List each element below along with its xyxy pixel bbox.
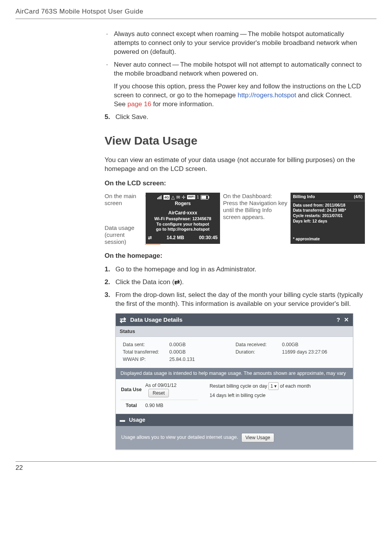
usage-body: Usage allows you to view your detailed i… <box>116 426 353 449</box>
data-use-area: Data Use As of 09/01/12 Reset Total 0.90… <box>116 379 353 414</box>
help-icon[interactable]: ? <box>337 316 340 324</box>
lcd-billing-screen: Billing Info (4/5) Data used from: 2011/… <box>291 193 365 244</box>
message-icon: ✉ <box>176 194 180 200</box>
usage-section-header: ▬ Usage <box>116 414 353 426</box>
step-text: Click the Data icon (⇄). <box>115 278 184 287</box>
billing-body: Data used from: 2011/06/18 Data transfer… <box>291 201 365 225</box>
section-title: View Data Usage <box>105 133 365 149</box>
status-value: 25.84.0.131 <box>169 356 195 363</box>
status-key: Total transferred: <box>123 349 169 355</box>
lcd-dashboard-caption: On the Dashboard: Press the Navigation k… <box>223 193 287 244</box>
billing-footnote: * approximate <box>291 224 365 244</box>
caption-text: On the main screen <box>105 193 136 206</box>
status-value: 0.00GB <box>169 342 186 348</box>
restart-text-a: Restart billing cycle on day <box>210 383 267 389</box>
panel-title-bar: ⇄ Data Usage Details ? ✕ <box>116 314 353 326</box>
lcd-left-captions: On the main screen Data usage (current s… <box>105 193 143 244</box>
roaming-icon: △ <box>171 194 175 200</box>
signal-icon <box>157 195 162 199</box>
bullet-never-auto: · Never auto connect — The mobile hotspo… <box>105 60 365 78</box>
configure-hint-1: To configure your hotspot <box>146 222 220 227</box>
status-value: 11699 days 23:27:06 <box>282 349 327 355</box>
billing-line: Days left: 12 days <box>293 219 363 224</box>
wifi-client-count: 1 <box>197 195 199 200</box>
status-key: WWAN IP: <box>123 356 169 363</box>
session-time: 00:30:45 <box>199 235 218 241</box>
status-col-left: Data sent:0.00GB Total transferred:0.00G… <box>123 342 236 364</box>
bullet-dot: · <box>105 60 114 78</box>
select-value: 1 <box>270 383 273 389</box>
section-intro: You can view an estimate of your data us… <box>105 156 365 174</box>
usage-disclaimer: Displayed data usage is intended to help… <box>116 368 353 379</box>
as-of-date: As of 09/01/12 Reset <box>142 382 198 397</box>
on-lcd-heading: On the LCD screen: <box>105 179 365 188</box>
data-transfer-icon: ⇄ <box>120 316 126 324</box>
never-auto-subpara: If you choose this option, press the Pow… <box>114 82 365 109</box>
passphrase-label: Wi-Fi Passphrase: 12345678 <box>146 216 220 222</box>
bullet-text: Never auto connect — The mobile hotspot … <box>114 60 365 78</box>
usage-title: Usage <box>129 416 145 424</box>
step-text: From the drop-down list, select the day … <box>115 291 365 309</box>
home-step-2: 2. Click the Data icon (⇄). <box>105 278 365 287</box>
lcd-status-bar: 4G △ ✉ ✛ WiFi 1 <box>146 193 220 201</box>
status-section-label: Status <box>116 326 353 337</box>
page-number: 22 <box>15 461 377 472</box>
total-label: Total <box>120 402 142 409</box>
home-step-3: 3. From the drop-down list, select the d… <box>105 291 365 309</box>
bullet-always-auto: · Always auto connect except when roamin… <box>105 30 365 57</box>
data-transfer-icon: ⇄ <box>174 279 180 286</box>
page-ref-link[interactable]: page 16 <box>127 100 151 108</box>
view-usage-button[interactable]: View Usage <box>241 433 275 442</box>
chevron-down-icon: ▾ <box>274 383 277 389</box>
status-value: 0.00GB <box>282 342 298 348</box>
billing-page-indicator: (4/5) <box>354 194 363 200</box>
caption-text: Data usage (current session) <box>105 224 134 245</box>
step-text: Go to the homepage and log in as Adminis… <box>115 265 256 274</box>
network-4g-icon: 4G <box>163 195 170 200</box>
status-key: Duration: <box>236 349 282 355</box>
data-usage-value: 14.2 MB <box>167 235 184 241</box>
step-number: 2. <box>105 278 115 287</box>
bullet-dot: · <box>105 30 114 57</box>
lcd-footer: ⇄ 14.2 MB 00:30:45 <box>146 234 220 241</box>
as-of-text: As of 09/01/12 <box>145 383 177 388</box>
step-number: 3. <box>105 291 115 309</box>
status-col-right: Data received:0.00GB Duration:11699 days… <box>236 342 348 364</box>
billing-day-select[interactable]: 1 ▾ <box>268 382 279 390</box>
status-grid: Data sent:0.00GB Total transferred:0.00G… <box>116 337 353 368</box>
panel-title: Data Usage Details <box>130 316 182 324</box>
ssid-label: AirCard-xxxx <box>146 210 220 216</box>
caption-data-usage: Data usage (current session) <box>105 224 143 245</box>
data-usage-panel: ⇄ Data Usage Details ? ✕ Status Data sen… <box>115 313 353 450</box>
on-homepage-heading: On the homepage: <box>105 252 365 261</box>
data-transfer-icon: ⇄ <box>148 235 152 240</box>
close-icon[interactable]: ✕ <box>344 316 349 324</box>
restart-text-b: of each month <box>280 383 311 389</box>
billing-title: Billing Info <box>293 194 315 200</box>
billing-line: Cycle restarts: 2011/07/01 <box>293 213 363 219</box>
total-value: 0.90 MB <box>142 402 198 409</box>
status-key: Data received: <box>236 342 282 348</box>
lcd-main-screen: 4G △ ✉ ✛ WiFi 1 Rogers AirCard-xxxx Wi-F… <box>146 193 220 244</box>
step-text: Click Save. <box>115 113 148 122</box>
data-use-right: Restart billing cycle on day 1 ▾ of each… <box>198 382 348 399</box>
usage-icon: ▬ <box>120 416 125 424</box>
step-text-a: Click the Data icon ( <box>115 278 174 286</box>
days-left-text: 14 days left in billing cycle <box>210 392 348 399</box>
status-key: Data sent: <box>123 342 169 348</box>
data-use-left: Data Use As of 09/01/12 Reset Total 0.90… <box>120 382 198 411</box>
status-value: 0.00GB <box>169 349 186 355</box>
page-header: AirCard 763S Mobile Hotspot User Guide <box>15 8 377 19</box>
billing-line: Data transferred: 24.23 MB* <box>293 208 363 213</box>
home-step-1: 1. Go to the homepage and log in as Admi… <box>105 265 365 274</box>
step-5: 5. Click Save. <box>105 113 365 122</box>
billing-header: Billing Info (4/5) <box>291 193 365 201</box>
bullet-text: Always auto connect except when roaming … <box>114 30 365 57</box>
wifi-icon: WiFi <box>187 195 195 199</box>
step-number: 1. <box>105 265 115 274</box>
sub-text-3: for more information. <box>151 100 214 108</box>
step-number: 5. <box>105 113 115 122</box>
homepage-link[interactable]: http://rogers.hotspot <box>237 91 296 99</box>
configure-hint-2: go to http://rogers.hotspot <box>146 227 220 232</box>
reset-button[interactable]: Reset <box>148 389 169 397</box>
